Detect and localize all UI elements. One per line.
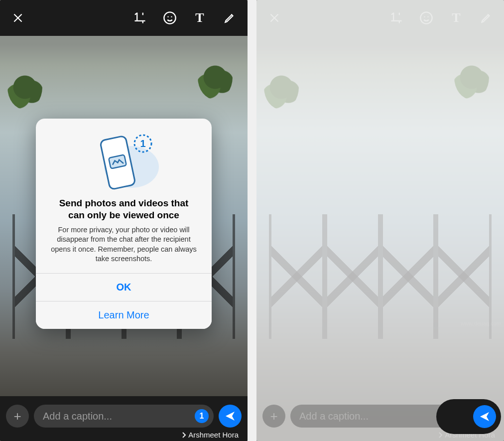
draw-tool-icon[interactable] — [478, 10, 494, 26]
caption-placeholder: Add a caption... — [43, 411, 195, 422]
dim-overlay — [256, 0, 504, 441]
send-button[interactable] — [219, 405, 242, 428]
editor-toolbar: T — [0, 0, 248, 36]
svg-point-10 — [427, 16, 428, 17]
text-tool-icon[interactable]: T — [192, 10, 208, 26]
watermark: www.deuaq.com — [461, 320, 501, 326]
svg-text:1: 1 — [140, 138, 145, 149]
caption-bar: + Add a caption... 1 — [0, 404, 248, 428]
screenshot-left: T + Add a caption... 1 Arshmeet Hora — [0, 0, 248, 441]
crop-rotate-icon[interactable] — [132, 10, 148, 26]
send-button[interactable] — [473, 405, 496, 428]
add-media-button[interactable]: + — [262, 405, 285, 428]
close-icon[interactable] — [266, 10, 282, 26]
emoji-icon[interactable] — [162, 10, 178, 26]
close-icon[interactable] — [10, 10, 26, 26]
svg-point-0 — [164, 12, 175, 23]
caption-input[interactable]: Add a caption... 1 — [34, 405, 214, 428]
send-highlight — [436, 399, 501, 434]
recipient-name: Arshmeet Hora — [188, 431, 239, 439]
crop-rotate-icon[interactable] — [388, 10, 404, 26]
svg-point-2 — [171, 16, 172, 17]
dialog-title: Send photos and videos that can only be … — [46, 197, 202, 221]
dialog-body-text: For more privacy, your photo or video wi… — [46, 225, 202, 264]
view-once-dialog: 1 Send photos and videos that can only b… — [36, 119, 212, 329]
dialog-learn-more-button[interactable]: Learn More — [36, 301, 212, 329]
recipient-row[interactable]: Arshmeet Hora — [181, 431, 239, 439]
dialog-illustration: 1 — [46, 130, 202, 194]
svg-point-1 — [167, 16, 168, 17]
editor-toolbar: T — [256, 0, 504, 36]
view-once-toggle[interactable]: 1 — [195, 409, 209, 423]
draw-tool-icon[interactable] — [222, 10, 238, 26]
svg-point-9 — [424, 16, 425, 17]
svg-point-8 — [420, 12, 432, 23]
text-tool-icon[interactable]: T — [448, 10, 464, 26]
dialog-ok-button[interactable]: OK — [36, 273, 212, 301]
add-media-button[interactable]: + — [6, 405, 29, 428]
emoji-icon[interactable] — [418, 10, 434, 26]
screenshot-right: T + Add a caption... 1 Arshmeet Hora www… — [256, 0, 504, 441]
